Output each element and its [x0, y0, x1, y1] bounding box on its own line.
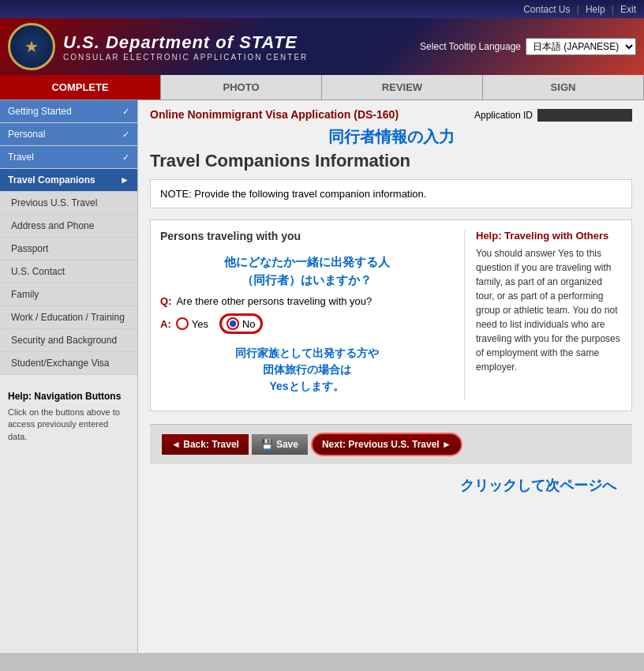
a-label: A:: [160, 318, 171, 330]
tab-review[interactable]: REVIEW: [322, 75, 483, 99]
arrow-icon: ►: [120, 174, 129, 186]
page-title-english: Travel Companions Information: [150, 151, 632, 171]
tooltip-language-select[interactable]: 日本語 (JAPANESE) English: [526, 38, 636, 55]
sidebar-item-family[interactable]: Family: [0, 283, 137, 306]
help-panel: Help: Traveling with Others You should a…: [464, 230, 622, 401]
sidebar-label: Previous U.S. Travel: [11, 197, 97, 208]
section-title: Persons traveling with you: [160, 230, 453, 242]
sidebar-help-text: Click on the buttons above to access pre…: [8, 407, 129, 443]
sidebar-label: Travel: [8, 152, 34, 163]
note-box: NOTE: Provide the following travel compa…: [150, 179, 632, 208]
check-icon: ✓: [122, 107, 129, 117]
tooltip-language-area: Select Tooltip Language 日本語 (JAPANESE) E…: [420, 38, 636, 55]
radio-no-label: No: [242, 318, 256, 330]
check-icon: ✓: [122, 129, 129, 140]
answer-row: A: Yes No: [160, 313, 453, 334]
next-button[interactable]: Next: Previous U.S. Travel ►: [311, 433, 462, 456]
save-label: Save: [276, 439, 298, 450]
radio-no-icon[interactable]: [227, 317, 239, 330]
form-main: Persons traveling with you 他にどなたか一緒に出発する…: [160, 230, 453, 401]
site-header: ★ U.S. Department of STATE CONSULAR ELEC…: [0, 18, 644, 75]
save-icon: 💾: [261, 439, 273, 450]
sidebar-label: Work / Education / Training: [11, 312, 125, 323]
sidebar-item-address-phone[interactable]: Address and Phone: [0, 215, 137, 238]
logo-area: ★ U.S. Department of STATE CONSULAR ELEC…: [8, 23, 308, 70]
sidebar-item-previous-travel[interactable]: Previous U.S. Travel: [0, 192, 137, 215]
sidebar-label: Personal: [8, 129, 45, 140]
sidebar-label: Travel Companions: [8, 174, 95, 186]
sidebar-item-student-exchange[interactable]: Student/Exchange Visa: [0, 352, 137, 375]
q-label: Q:: [160, 295, 171, 307]
app-id-area: Application ID: [474, 109, 632, 122]
sidebar-item-travel-companions[interactable]: Travel Companions ►: [0, 169, 137, 192]
page-header: Online Nonimmigrant Visa Application (DS…: [150, 108, 632, 122]
sidebar-item-passport[interactable]: Passport: [0, 238, 137, 261]
top-bar: Contact Us | Help | Exit: [0, 0, 644, 18]
exit-link[interactable]: Exit: [620, 4, 636, 15]
app-title: Online Nonimmigrant Visa Application (DS…: [150, 108, 399, 121]
tab-sign[interactable]: SIGN: [483, 75, 644, 99]
tab-photo[interactable]: PHOTO: [161, 75, 322, 99]
sidebar-label: Student/Exchange Visa: [11, 358, 110, 369]
sidebar-label: Getting Started: [8, 106, 72, 117]
save-button[interactable]: 💾 Save: [252, 434, 308, 455]
sidebar-help: Help: Navigation Buttons Click on the bu…: [0, 383, 137, 451]
help-panel-text: You should answer Yes to this question i…: [476, 246, 622, 374]
sidebar-item-personal[interactable]: Personal ✓: [0, 123, 137, 146]
annotation-jp-note: 同行家族として出発する方や 団体旅行の場合は Yesとします。: [160, 345, 453, 395]
help-link[interactable]: Help: [586, 4, 605, 15]
bottom-nav-area: ◄ Back: Travel 💾 Save Next: Previous U.S…: [150, 424, 632, 497]
sidebar-label: Passport: [11, 243, 48, 254]
app-id-label: Application ID: [474, 110, 533, 121]
radio-yes-label: Yes: [192, 318, 208, 330]
question-text: Are there other persons traveling with y…: [176, 295, 372, 307]
tooltip-label: Select Tooltip Language: [420, 41, 521, 52]
content-area: Online Nonimmigrant Visa Application (DS…: [138, 100, 644, 653]
radio-yes-icon[interactable]: [176, 317, 189, 330]
nav-tabs: COMPLETE PHOTO REVIEW SIGN: [0, 75, 644, 100]
radio-group: Yes No: [176, 313, 263, 334]
dept-main-title: U.S. Department of STATE: [63, 32, 308, 53]
dept-sub-title: CONSULAR ELECTRONIC APPLICATION CENTER: [63, 53, 308, 62]
contact-us-link[interactable]: Contact Us: [523, 4, 570, 15]
radio-option-yes[interactable]: Yes: [176, 317, 208, 330]
annotation-next: クリックして次ページへ: [150, 475, 616, 497]
sidebar-item-work-education[interactable]: Work / Education / Training: [0, 306, 137, 329]
seal-icon: ★: [8, 23, 55, 70]
back-button[interactable]: ◄ Back: Travel: [162, 434, 249, 455]
sidebar-help-title: Help: Navigation Buttons: [8, 391, 129, 402]
sidebar-label: Security and Background: [11, 335, 117, 346]
sidebar-item-us-contact[interactable]: U.S. Contact: [0, 261, 137, 283]
page-title-japanese: 同行者情報の入力: [150, 126, 632, 148]
sidebar-item-travel[interactable]: Travel ✓: [0, 146, 137, 169]
check-icon: ✓: [122, 152, 129, 163]
form-section: Persons traveling with you 他にどなたか一緒に出発する…: [150, 219, 632, 411]
sidebar-item-security-background[interactable]: Security and Background: [0, 329, 137, 352]
main-layout: Getting Started ✓ Personal ✓ Travel ✓ Tr…: [0, 100, 644, 653]
question-row: Q: Are there other persons traveling wit…: [160, 295, 453, 307]
sidebar: Getting Started ✓ Personal ✓ Travel ✓ Tr…: [0, 100, 138, 653]
sidebar-item-getting-started[interactable]: Getting Started ✓: [0, 100, 137, 123]
sidebar-label: Family: [11, 289, 39, 300]
bottom-nav: ◄ Back: Travel 💾 Save Next: Previous U.S…: [150, 424, 632, 464]
help-panel-title: Help: Traveling with Others: [476, 230, 622, 242]
app-id-value: [537, 109, 632, 122]
sidebar-label: Address and Phone: [11, 220, 94, 231]
sidebar-label: U.S. Contact: [11, 266, 65, 277]
note-text: NOTE: Provide the following travel compa…: [160, 188, 426, 200]
dept-title: U.S. Department of STATE CONSULAR ELECTR…: [63, 32, 308, 62]
tab-complete[interactable]: COMPLETE: [0, 75, 161, 99]
annotation-jp-question: 他にどなたか一緒に出発する人 （同行者）はいますか？: [160, 253, 453, 289]
radio-no-circle[interactable]: No: [219, 313, 263, 334]
